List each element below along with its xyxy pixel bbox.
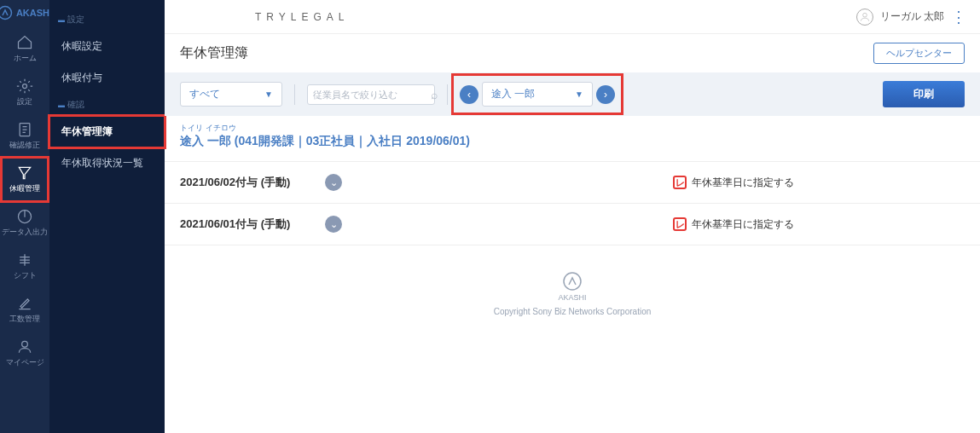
employee-detail: トイリ イチロウ 途入 一郎 (041開発課｜03正社員｜入社日 2019/06… <box>165 116 980 162</box>
employee-dropdown[interactable]: 途入 一郎 ▼ <box>482 82 593 107</box>
nav-confirm-edit[interactable]: 確認修正 <box>0 114 49 158</box>
shift-icon <box>16 251 33 268</box>
chevron-down-icon: ▼ <box>264 89 273 99</box>
svg-point-1 <box>23 84 27 89</box>
home-icon <box>16 34 33 51</box>
brand-logo: AKASHI <box>0 0 52 27</box>
user-icon <box>16 338 33 355</box>
nav-work-mgmt[interactable]: 工数管理 <box>0 288 49 332</box>
employee-ruby: トイリ イチロウ <box>180 123 965 134</box>
edit-icon <box>16 295 33 312</box>
filters-bar: すべて ▼ ⌕ ‹ 途入 一郎 ▼ › 印刷 <box>165 72 980 116</box>
page-header: 年休管理簿 ヘルプセンター <box>165 34 980 72</box>
scope-dropdown[interactable]: すべて ▼ <box>180 82 282 107</box>
sub-group-settings-label: 設定 <box>49 9 165 31</box>
separator <box>447 84 448 105</box>
page-title: 年休管理簿 <box>180 44 248 62</box>
chevron-down-icon: ▼ <box>575 89 583 99</box>
nav-mypage[interactable]: マイページ <box>0 332 49 375</box>
sidebar-main: AKASHI ホーム 設定 確認修正 休暇管理 データ入出力 シフト <box>0 0 49 433</box>
sub-item-leave-grant[interactable]: 休暇付与 <box>49 62 165 94</box>
svg-point-5 <box>862 13 867 17</box>
nav-leave-mgmt[interactable]: 休暇管理 <box>0 158 49 201</box>
search-input[interactable] <box>313 89 431 100</box>
leave-record: 2021/06/02付与 (手動) ⌄ レ 年休基準日に指定する <box>165 162 980 204</box>
employee-search[interactable]: ⌕ <box>307 84 435 105</box>
separator <box>294 84 295 105</box>
record-title: 2021/06/02付与 (手動) <box>180 175 325 190</box>
logo-icon <box>562 271 583 292</box>
more-icon[interactable]: ⋮ <box>951 8 966 26</box>
main-content: TRYLEGAL リーガル 太郎 ⋮ 年休管理簿 ヘルプセンター すべて ▼ ⌕ <box>165 0 980 433</box>
set-base-date-button[interactable]: レ 年休基準日に指定する <box>673 217 794 232</box>
power-icon <box>16 208 33 225</box>
employee-picker: ‹ 途入 一郎 ▼ › <box>460 82 615 107</box>
copyright: Copyright Sony Biz Networks Corporation <box>165 307 980 316</box>
user-area[interactable]: リーガル 太郎 ⋮ <box>856 8 966 26</box>
flag-icon: レ <box>673 176 687 189</box>
sub-item-annual-leave-book[interactable]: 年休管理簿 <box>49 116 165 147</box>
logo-icon <box>0 5 13 20</box>
nav-home[interactable]: ホーム <box>0 27 49 71</box>
set-base-date-button[interactable]: レ 年休基準日に指定する <box>673 176 794 190</box>
nav-data-io[interactable]: データ入出力 <box>0 201 49 245</box>
leave-icon <box>16 165 33 182</box>
sub-item-leave-settings[interactable]: 休暇設定 <box>49 31 165 62</box>
nav-shift[interactable]: シフト <box>0 245 49 288</box>
gear-icon <box>16 78 33 95</box>
avatar-icon <box>856 9 873 26</box>
topbar: TRYLEGAL リーガル 太郎 ⋮ <box>165 0 980 34</box>
search-icon[interactable]: ⌕ <box>431 88 438 101</box>
sub-item-annual-leave-status[interactable]: 年休取得状況一覧 <box>49 147 165 179</box>
svg-point-4 <box>22 341 28 347</box>
record-title: 2021/06/01付与 (手動) <box>180 216 325 232</box>
expand-button[interactable]: ⌄ <box>325 174 342 191</box>
footer: AKASHI Copyright Sony Biz Networks Corpo… <box>165 245 980 342</box>
company-name: TRYLEGAL <box>255 11 349 23</box>
expand-button[interactable]: ⌄ <box>325 216 342 233</box>
next-employee-button[interactable]: › <box>596 85 615 104</box>
sub-group-confirm-label: 確認 <box>49 94 165 116</box>
print-button[interactable]: 印刷 <box>883 81 965 107</box>
document-icon <box>16 121 33 138</box>
leave-record: 2021/06/01付与 (手動) ⌄ レ 年休基準日に指定する <box>165 204 980 245</box>
footer-logo: AKASHI <box>165 271 980 302</box>
sidebar-sub: 設定 休暇設定 休暇付与 確認 年休管理簿 年休取得状況一覧 <box>49 0 165 433</box>
prev-employee-button[interactable]: ‹ <box>460 85 478 104</box>
svg-point-6 <box>564 273 581 290</box>
nav-settings[interactable]: 設定 <box>0 71 49 114</box>
flag-icon: レ <box>673 217 687 231</box>
employee-headline: 途入 一郎 (041開発課｜03正社員｜入社日 2019/06/01) <box>180 134 965 149</box>
user-name: リーガル 太郎 <box>880 9 944 24</box>
help-center-button[interactable]: ヘルプセンター <box>873 43 965 64</box>
